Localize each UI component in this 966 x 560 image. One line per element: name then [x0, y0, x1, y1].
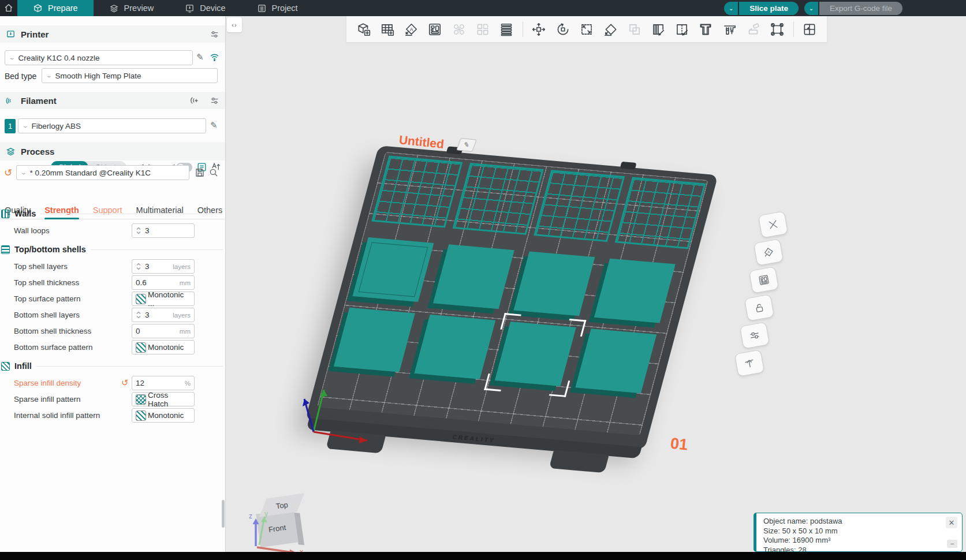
viewport-3d: ‹› A — [226, 16, 966, 552]
bed-type-select[interactable]: ⌄ Smooth High Temp Plate — [42, 68, 218, 83]
printer-select[interactable]: ⌄ Creality K1C 0.4 nozzle — [5, 50, 193, 65]
preset-name: * 0.20mm Standard @Creality K1C — [30, 169, 151, 177]
pattern-swatch-icon — [136, 410, 146, 421]
bottom-shell-thickness-label: Bottom shell thickness — [14, 327, 91, 335]
arrange-plate-button[interactable] — [749, 266, 779, 293]
top-shell-layers-input[interactable]: 3 layers — [132, 259, 195, 274]
model-tile-selected[interactable] — [495, 322, 576, 386]
cut-button[interactable] — [743, 19, 763, 40]
model-tile[interactable] — [414, 315, 495, 379]
panel-scrollbar[interactable] — [222, 500, 225, 528]
text-tool-button[interactable] — [696, 19, 716, 40]
bottom-shell-layers-input[interactable]: 3 layers — [132, 308, 195, 322]
filament-slot-badge[interactable]: 1 — [5, 119, 16, 133]
export-group: ⌄ Export G-code file — [804, 2, 902, 15]
model-tile[interactable] — [513, 251, 595, 316]
top-shell-thickness-input[interactable]: 0.6 mm — [132, 275, 195, 290]
preset-reset-icon[interactable]: ↺ — [4, 168, 12, 178]
bottom-surface-pattern-select[interactable]: Monotonic — [132, 340, 195, 354]
model-tile[interactable] — [594, 259, 676, 323]
model-tile[interactable] — [433, 244, 514, 309]
lift-plate-button[interactable] — [734, 349, 764, 376]
sparse-infill-pattern-select[interactable]: Cross Hatch — [132, 392, 195, 406]
align-button[interactable] — [449, 19, 469, 40]
tab-label: Preview — [124, 3, 154, 13]
seam-paint-button[interactable] — [672, 19, 692, 40]
plate-settings-button[interactable] — [740, 322, 770, 349]
fixture-button[interactable] — [767, 19, 788, 40]
top-surface-pattern-select[interactable]: Monotonic ... — [132, 292, 195, 306]
pattern-swatch-icon — [136, 294, 146, 304]
filament-section-header: Filament — [0, 92, 225, 109]
plate-name-edit-icon[interactable]: ✎ — [456, 138, 477, 152]
scale-button[interactable] — [576, 19, 596, 40]
export-gcode-button[interactable]: Export G-code file — [819, 2, 902, 15]
export-dropdown-chevron[interactable]: ⌄ — [804, 2, 818, 15]
prepare-icon — [33, 3, 43, 13]
auto-orient-button[interactable]: A — [401, 19, 422, 40]
stepper-icon[interactable] — [136, 226, 141, 235]
toolbar-divider — [793, 22, 794, 37]
home-button[interactable] — [0, 0, 17, 16]
bottom-shell-thickness-input[interactable]: 0 mm — [132, 324, 195, 338]
measure-button[interactable] — [719, 19, 740, 40]
assembly-button[interactable] — [800, 19, 820, 40]
slice-plate-button[interactable]: Slice plate — [739, 2, 799, 15]
shells-header: Top/bottom shells — [1, 242, 223, 256]
color-paint-button[interactable] — [648, 19, 668, 40]
split-button[interactable] — [472, 19, 493, 40]
filament-edit-icon[interactable]: ✎ — [210, 121, 218, 129]
info-minimize-button[interactable]: − — [947, 540, 957, 548]
model-tile[interactable] — [575, 328, 657, 393]
save-preset-icon[interactable] — [195, 167, 205, 178]
lay-on-face-button[interactable] — [601, 19, 621, 40]
filament-select[interactable]: ⌄ Fiberlogy ABS — [18, 118, 206, 133]
axis-z-label: z — [249, 512, 252, 520]
lock-plate-button[interactable] — [744, 294, 774, 321]
stepper-icon[interactable] — [136, 311, 141, 319]
add-filament-icon[interactable] — [189, 95, 200, 106]
search-preset-icon[interactable] — [208, 167, 219, 178]
shells-icon — [1, 245, 10, 254]
rotate-button[interactable] — [553, 19, 573, 40]
tab-device[interactable]: Device — [169, 0, 241, 16]
wall-loops-input[interactable]: 3 — [132, 223, 195, 238]
tab-project[interactable]: Project — [241, 0, 314, 16]
process-icon — [6, 147, 16, 156]
model-mesh-grid[interactable] — [453, 163, 544, 235]
move-button[interactable] — [529, 19, 549, 40]
plate-axes-icon — [289, 360, 405, 452]
printer-edit-icon[interactable]: ✎ — [196, 53, 204, 61]
stepper-icon[interactable] — [136, 262, 141, 271]
tab-prepare[interactable]: Prepare — [17, 0, 94, 16]
clone-button[interactable] — [624, 19, 644, 40]
info-close-button[interactable]: ✕ — [946, 517, 957, 528]
filament-tune-icon[interactable] — [210, 96, 219, 106]
model-tile[interactable] — [353, 237, 434, 302]
filament-name: Fiberlogy ABS — [32, 122, 81, 130]
printer-wifi-icon[interactable] — [209, 51, 220, 62]
object-list-button[interactable] — [497, 19, 517, 40]
add-plate-button[interactable] — [377, 19, 397, 40]
add-model-button[interactable] — [353, 19, 374, 40]
tab-preview[interactable]: Preview — [94, 0, 170, 16]
panel-collapse-button[interactable]: ‹› — [227, 17, 242, 32]
plate-clip — [620, 162, 637, 170]
arrange-button[interactable] — [425, 19, 445, 40]
axis-x-label: x — [300, 548, 303, 552]
printer-title: Printer — [21, 29, 49, 39]
model-mesh-grid[interactable] — [534, 170, 625, 242]
model-mesh-grid[interactable] — [371, 156, 463, 228]
sparse-infill-density-input[interactable]: 12 % — [132, 376, 195, 390]
internal-solid-infill-pattern-select[interactable]: Monotonic — [132, 408, 195, 423]
density-reset-icon[interactable]: ↺ — [121, 378, 129, 387]
pattern-swatch-icon — [136, 394, 146, 405]
infill-title: Infill — [14, 361, 32, 371]
model-mesh-grid[interactable] — [615, 177, 706, 249]
delete-plate-button[interactable] — [758, 211, 788, 238]
slice-dropdown-chevron[interactable]: ⌄ — [724, 2, 738, 15]
orient-plate-button[interactable]: A — [754, 238, 784, 266]
object-triangles-line: Triangles: 28 — [763, 546, 955, 552]
printer-tune-icon[interactable] — [210, 29, 219, 39]
preset-select[interactable]: ⌄ * 0.20mm Standard @Creality K1C — [16, 165, 189, 180]
